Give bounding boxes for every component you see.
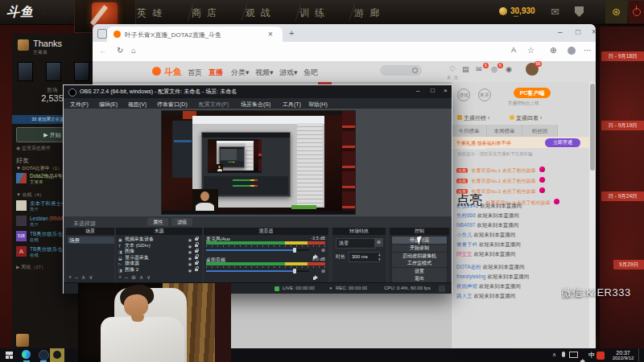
tab-fans[interactable]: 粉丝团 xyxy=(522,125,558,137)
studio-mode-button[interactable]: 工作室模式 xyxy=(392,260,447,267)
obs-menu-edit[interactable]: 编辑(E) xyxy=(99,101,118,109)
hero-portrait[interactable] xyxy=(46,62,61,81)
desktop-volume-slider[interactable] xyxy=(206,270,309,272)
resize-grip[interactable] xyxy=(439,286,445,292)
lock-icon[interactable] xyxy=(195,250,198,253)
duration-spinner[interactable]: ▴▾ xyxy=(378,252,381,261)
messages-icon[interactable]: ✉ xyxy=(476,65,482,73)
scenes-header[interactable]: 场景 xyxy=(66,228,114,235)
source-row-text[interactable]: T文本 (GDI+)◉ xyxy=(118,243,200,249)
nav-home[interactable]: 首页 xyxy=(188,68,202,78)
taskbar-edge-icon[interactable] xyxy=(22,350,31,359)
home-icon[interactable]: ⌂ xyxy=(131,46,136,55)
desktop-gear-icon[interactable]: ⊛ xyxy=(321,268,325,274)
douyu-logo-text[interactable]: 斗鱼 xyxy=(164,66,182,78)
mail-icon[interactable]: ✉ xyxy=(551,6,559,18)
obs-menu-file[interactable]: 文件(F) xyxy=(70,101,89,109)
window-minimize[interactable]: – xyxy=(558,27,563,36)
mixer-header[interactable]: 混音器 xyxy=(204,228,328,235)
armory-shield-icon[interactable] xyxy=(575,6,584,17)
friends-group-offline[interactable]: ▶ 离线（17） xyxy=(16,264,46,271)
obs-titlebar[interactable]: OBS 27.2.4 (64-bit, windows) - 配置文件: 未命名… xyxy=(64,85,452,98)
nav-games[interactable]: 游戏▾ xyxy=(279,68,298,78)
hero-portrait[interactable] xyxy=(74,62,89,81)
tray-hidden-icons[interactable]: ∧ xyxy=(552,352,556,358)
mic-volume-slider[interactable] xyxy=(206,249,309,251)
obs-menu-scene-collection[interactable]: 场景集合(S) xyxy=(241,101,270,109)
obs-menu-docks[interactable]: 停靠窗口(D) xyxy=(157,101,188,109)
tab-actions-icon[interactable] xyxy=(97,29,107,39)
window-close[interactable]: × xyxy=(592,27,597,36)
follow-heart-icon[interactable]: ♡ xyxy=(449,65,456,73)
source-row-camera[interactable]: ▣视频采集设备◉ xyxy=(118,237,200,242)
nav-yuba[interactable]: 鱼吧 xyxy=(303,68,318,78)
start-button[interactable] xyxy=(6,352,13,359)
obs-menu-view[interactable]: 视图(V) xyxy=(128,101,147,109)
lock-icon[interactable] xyxy=(195,262,198,265)
menu-learn[interactable]: 训练 xyxy=(299,6,330,20)
friends-group-online[interactable]: ▼ 在线（4） xyxy=(16,191,44,199)
source-row-image[interactable]: ◨图像◉ xyxy=(118,249,200,254)
lock-icon[interactable] xyxy=(195,245,198,247)
transitions-header[interactable]: 转场特效 xyxy=(332,228,386,235)
filters-button[interactable]: 滤镜 xyxy=(171,218,192,226)
settings-button[interactable]: 设置 xyxy=(392,268,447,275)
overwatch-link[interactable]: ◉ 监管系统案件 xyxy=(16,145,51,152)
obs-maximize[interactable]: □ xyxy=(431,87,435,94)
avatar[interactable] xyxy=(18,39,29,51)
quick-circle-more[interactable]: 更多 xyxy=(478,88,491,101)
lock-icon[interactable] xyxy=(195,238,198,241)
back-icon[interactable]: ← xyxy=(99,46,107,55)
favorites-star-icon[interactable]: ☆ xyxy=(527,46,535,55)
source-row-display[interactable]: ⬓显示器采集◉ xyxy=(118,255,200,261)
desktop-speaker-icon[interactable] xyxy=(313,269,320,283)
lock-icon[interactable] xyxy=(195,269,198,271)
nav-categories[interactable]: 分类▾ xyxy=(231,68,250,78)
nav-live[interactable]: 直播 xyxy=(208,68,223,78)
taskbar-steam-icon[interactable] xyxy=(39,350,49,360)
refresh-icon[interactable]: ↻ xyxy=(117,46,123,55)
obs-menu-profile[interactable]: 配置文件(P) xyxy=(199,101,229,109)
clock-date[interactable]: 2022/9/12 xyxy=(606,356,640,360)
promo-button[interactable]: 立即开通 xyxy=(545,138,580,147)
history-icon[interactable]: ▤ xyxy=(462,65,469,73)
tray-display-icon[interactable] xyxy=(569,352,578,358)
obs-canvas-recursive[interactable] xyxy=(162,111,355,214)
tray-mic-icon[interactable] xyxy=(562,352,565,357)
exit-button[interactable]: 退出 xyxy=(392,275,447,282)
search-input[interactable] xyxy=(380,65,422,76)
scenes-toolbar[interactable]: +–∧∨ xyxy=(68,274,96,281)
usercenter-icon[interactable]: ◉ xyxy=(506,65,512,73)
new-tab-button[interactable]: + xyxy=(289,28,294,38)
feed-icon[interactable]: ◎ xyxy=(491,65,497,73)
menu-watch[interactable]: 观战 xyxy=(246,6,276,20)
taskbar-obs-icon-active[interactable] xyxy=(50,348,64,362)
browser-menu-icon[interactable]: ⋯ xyxy=(584,46,592,55)
replay-link[interactable]: 直播回看 › xyxy=(510,114,542,122)
obs-close[interactable]: × xyxy=(444,87,448,94)
browser-tab[interactable]: 叶子长青X直播_DOTA2直播_斗鱼 × xyxy=(107,27,283,42)
quick-circle-games[interactable]: 游戏 xyxy=(457,88,470,101)
tray-app-icon[interactable] xyxy=(597,352,605,360)
transition-select[interactable]: 淡变 xyxy=(336,238,375,249)
pc-client-button[interactable]: PC客户端 xyxy=(514,88,551,98)
settings-gear-button[interactable]: ⊛ xyxy=(605,1,627,23)
properties-button[interactable]: 属性 xyxy=(147,218,168,226)
obs-menu-tools[interactable]: 工具(T) xyxy=(283,101,301,109)
read-aloud-icon[interactable]: A xyxy=(511,46,516,54)
menu-arcade[interactable]: 游廊 xyxy=(354,6,385,20)
anchor-rank-link[interactable]: 主播控榜 › xyxy=(457,114,489,122)
window-maximize[interactable]: □ xyxy=(576,27,580,36)
scene-item[interactable]: 场景 xyxy=(68,237,114,244)
obs-menu-help[interactable]: 帮助(H) xyxy=(308,101,328,109)
tray-ime-indicator[interactable]: 中 xyxy=(588,351,595,360)
sources-toolbar[interactable]: +–⊛∧∨ xyxy=(118,274,154,281)
avatar[interactable] xyxy=(16,334,29,347)
virtual-camera-button[interactable]: 启动虚拟摄像机 xyxy=(392,253,447,260)
source-row-image2[interactable]: ◨图像 2◉ xyxy=(118,267,200,273)
scrollbar-thumb[interactable] xyxy=(590,84,595,171)
collections-icon[interactable]: ⊕ xyxy=(550,46,556,55)
duration-input[interactable]: 300 ms xyxy=(349,252,380,262)
tab-weekly-rank[interactable]: 本周榜单 xyxy=(487,125,522,137)
tab-close-icon[interactable]: × xyxy=(268,30,273,39)
